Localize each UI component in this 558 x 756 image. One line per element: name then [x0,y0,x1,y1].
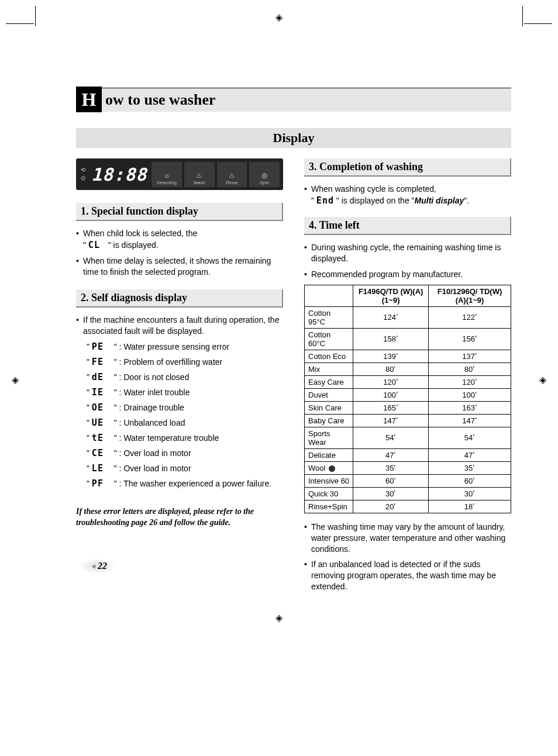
heading-completion: 3. Completion of washing [304,158,511,177]
title-text: ow to use washer [102,91,216,109]
heading-self-diagnosis: 2. Self diagnosis display [76,289,283,308]
table-row: Cotton 60°C158ʹ156ʹ [305,328,511,350]
code-cl: CL [88,239,106,251]
error-pf: " PF " : The washer experienced a power … [87,478,283,489]
bullet-unbalanced-load: •If an unbalanced load is detected or if… [304,559,511,592]
table-row: Cotton 95°C124ʹ122ʹ [305,306,511,328]
section-heading-display: Display [76,128,511,148]
table-row: Delicate47ʹ47ʹ [305,448,511,461]
registration-mark-top: ◈ [275,12,283,23]
table-row: Rinse+Spin20ʹ18ʹ [305,500,511,513]
error-ie: " IE " : Water inlet trouble [87,387,283,398]
registration-mark-bottom: ◈ [275,612,283,623]
bullet-child-lock: • When child lock is selected, the " CL … [76,228,283,251]
table-header-row: F1496Q/TD (W)(A)(1~9) F10/1296Q/ TD(W)(A… [305,285,511,306]
display-stage-detecting: ☼Detecting [151,162,182,187]
display-stage-spin: ◎Spin [249,162,280,187]
display-stage-rinse: ♨Rinse [217,162,247,187]
table-row: Quick 3030ʹ30ʹ [305,487,511,500]
code-end: End [316,195,334,206]
error-pe: " PE " : Water pressure sensing error [87,341,283,352]
table-row: Baby Care147ʹ147ʹ [305,414,511,427]
heading-time-left: 4. Time left [304,217,511,235]
bullet-recommended: •Recommended program by manufacturer. [304,269,511,280]
bullet-wash-time-vary: •The washing time may vary by the amount… [304,522,511,555]
display-status-icons: ⟲⊙ [80,167,87,181]
table-row: Mix80ʹ80ʹ [305,363,511,375]
error-oe: " OE " : Drainage trouble [87,402,283,413]
woolmark-icon [329,465,335,472]
table-row: Cotton Eco139ʹ137ʹ [305,350,511,363]
title-dropcap: H [76,87,102,112]
error-ue: " UE " : Unbalanced load [87,417,283,428]
registration-mark-right: ◈ [539,374,546,385]
bullet-fault-intro: • If the machine encounters a fault duri… [76,315,283,337]
display-stage-wash: ♨Wash [184,162,215,187]
table-row-wool: Wool 35ʹ35ʹ [305,461,511,474]
troubleshooting-note: If these error letters are displayed, pl… [76,506,283,529]
error-fe: " FE " : Problem of overfilling water [87,357,283,367]
table-row: Skin Care165ʹ163ʹ [305,401,511,414]
table-row: Duvet100ʹ100ʹ [305,388,511,401]
page-number: 22 [79,558,116,574]
error-ce: " CE " : Over load in motor [87,448,283,458]
bullet-time-delay: • When time delay is selected, it shows … [76,256,283,278]
table-row: Intensive 6060ʹ60ʹ [305,474,511,487]
table-row: Sports Wear54ʹ54ʹ [305,427,511,448]
heading-special-function: 1. Special function display [76,203,283,221]
bullet-completion: • When washing cycle is completed, " End… [304,184,511,206]
registration-mark-left: ◈ [12,374,19,385]
error-le: " LE " : Over load in motor [87,463,283,474]
washer-display-illustration: ⟲⊙ 18:88 ☼Detecting ♨Wash ♨Rinse ◎Spin [76,158,283,190]
error-code-list: " PE " : Water pressure sensing error " … [87,341,283,489]
table-row: Easy Care120ʹ120ʹ [305,375,511,388]
display-time-readout: 18:88 [89,164,149,185]
error-de: " dE " : Door is not closed [87,372,283,382]
error-te: " tE " : Water temperature trouble [87,433,283,443]
program-time-table: F1496Q/TD (W)(A)(1~9) F10/1296Q/ TD(W)(A… [304,285,511,513]
page-title-bar: H ow to use washer [76,88,511,112]
bullet-remaining-time: •During washing cycle, the remaining was… [304,242,511,264]
